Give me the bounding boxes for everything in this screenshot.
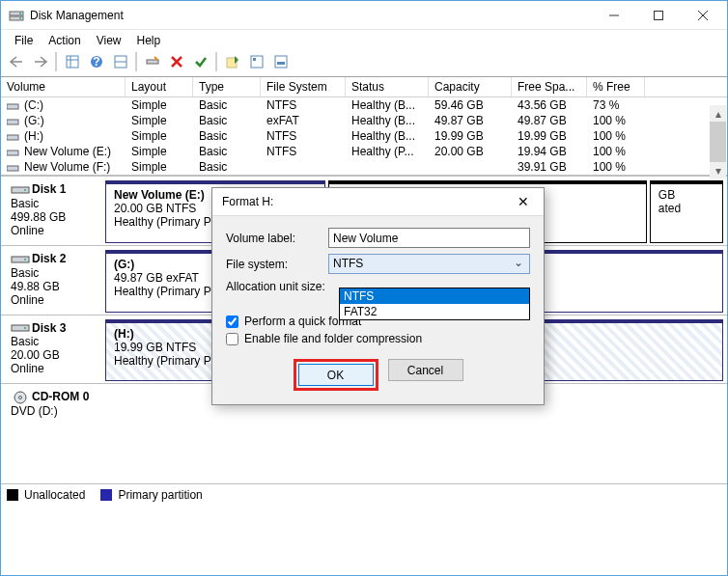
delete-button[interactable] bbox=[165, 51, 187, 72]
svg-rect-32 bbox=[12, 325, 29, 331]
svg-rect-26 bbox=[7, 151, 18, 155]
col-layout[interactable]: Layout bbox=[126, 77, 193, 97]
scroll-down-button[interactable]: ▾ bbox=[710, 162, 726, 178]
svg-point-3 bbox=[19, 17, 21, 19]
col-free[interactable]: Free Spa... bbox=[512, 77, 587, 97]
menu-action[interactable]: Action bbox=[41, 32, 88, 49]
svg-rect-24 bbox=[7, 120, 18, 124]
toolbar-btn-4[interactable] bbox=[221, 51, 243, 72]
back-button[interactable] bbox=[5, 51, 27, 72]
allocation-label: Allocation unit size: bbox=[226, 280, 328, 293]
quick-format-checkbox[interactable] bbox=[226, 315, 238, 328]
menu-view[interactable]: View bbox=[89, 32, 129, 49]
dialog-close-button[interactable]: ✕ bbox=[509, 194, 538, 209]
table-row[interactable]: New Volume (E:)SimpleBasicNTFSHealthy (P… bbox=[1, 144, 727, 159]
dropdown-option-ntfs[interactable]: NTFS bbox=[340, 288, 529, 304]
table-row[interactable]: (G:)SimpleBasicexFATHealthy (B...49.87 G… bbox=[1, 113, 727, 128]
table-row[interactable]: New Volume (F:)SimpleBasic39.91 GB100 % bbox=[1, 159, 727, 175]
svg-rect-20 bbox=[253, 58, 256, 61]
scroll-up-button[interactable]: ▴ bbox=[710, 105, 726, 122]
compression-checkbox[interactable] bbox=[226, 333, 238, 345]
svg-rect-22 bbox=[277, 62, 285, 65]
svg-rect-8 bbox=[67, 56, 78, 68]
toolbar-btn-1[interactable] bbox=[61, 51, 83, 72]
window-title: Disk Management bbox=[30, 9, 592, 22]
col-status[interactable]: Status bbox=[346, 77, 429, 97]
dropdown-option-fat32[interactable]: FAT32 bbox=[340, 304, 529, 319]
table-row[interactable]: (C:)SimpleBasicNTFSHealthy (B...59.46 GB… bbox=[1, 97, 727, 113]
menu-file[interactable]: File bbox=[7, 32, 41, 49]
svg-rect-27 bbox=[7, 166, 18, 171]
svg-point-31 bbox=[24, 259, 26, 261]
toolbar-btn-6[interactable] bbox=[269, 51, 292, 72]
filesystem-label: File system: bbox=[226, 258, 328, 271]
filesystem-dropdown: NTFS FAT32 bbox=[339, 288, 530, 320]
toolbar: ? bbox=[1, 50, 727, 77]
compression-label: Enable file and folder compression bbox=[244, 332, 422, 345]
svg-point-29 bbox=[24, 189, 26, 191]
grid-header: Volume Layout Type File System Status Ca… bbox=[1, 77, 727, 97]
svg-rect-28 bbox=[12, 187, 29, 193]
partition[interactable]: GBated bbox=[650, 180, 723, 243]
format-dialog: Format H: ✕ Volume label: File system: N… bbox=[211, 187, 545, 405]
scrollbar[interactable]: ▴ ▾ bbox=[710, 105, 726, 178]
legend-primary: Primary partition bbox=[118, 488, 202, 502]
dialog-title: Format H: bbox=[222, 195, 509, 208]
col-fs[interactable]: File System bbox=[261, 77, 346, 97]
volume-label-input[interactable] bbox=[328, 228, 530, 248]
ok-button[interactable]: OK bbox=[298, 364, 374, 386]
toolbar-btn-2[interactable] bbox=[109, 51, 131, 72]
grid-body: (C:)SimpleBasicNTFSHealthy (B...59.46 GB… bbox=[1, 97, 727, 175]
toolbar-btn-3[interactable] bbox=[141, 51, 163, 72]
svg-rect-25 bbox=[7, 135, 18, 140]
filesystem-select[interactable]: NTFS bbox=[328, 254, 530, 274]
titlebar: Disk Management bbox=[1, 1, 727, 30]
forward-button[interactable] bbox=[29, 51, 51, 72]
col-volume[interactable]: Volume bbox=[1, 77, 126, 97]
menu-help[interactable]: Help bbox=[129, 32, 169, 49]
toolbar-btn-5[interactable] bbox=[245, 51, 267, 72]
svg-rect-19 bbox=[251, 56, 263, 68]
apply-button[interactable] bbox=[189, 51, 211, 72]
svg-rect-30 bbox=[12, 257, 29, 262]
col-pct[interactable]: % Free bbox=[587, 77, 645, 97]
svg-rect-23 bbox=[7, 104, 18, 109]
legend: Unallocated Primary partition bbox=[1, 483, 727, 506]
legend-unalloc: Unallocated bbox=[24, 488, 85, 502]
scroll-thumb[interactable] bbox=[710, 122, 726, 162]
menubar: File Action View Help bbox=[1, 30, 727, 50]
table-row[interactable]: (H:)SimpleBasicNTFSHealthy (B...19.99 GB… bbox=[1, 128, 727, 144]
svg-rect-5 bbox=[655, 11, 663, 19]
svg-point-35 bbox=[19, 397, 22, 399]
col-type[interactable]: Type bbox=[193, 77, 261, 97]
col-capacity[interactable]: Capacity bbox=[429, 77, 512, 97]
minimize-button[interactable] bbox=[592, 1, 636, 30]
close-button[interactable] bbox=[681, 1, 725, 30]
cancel-button[interactable]: Cancel bbox=[388, 359, 463, 381]
volume-grid: Volume Layout Type File System Status Ca… bbox=[1, 77, 727, 176]
svg-point-2 bbox=[19, 13, 21, 14]
maximize-button[interactable] bbox=[636, 1, 681, 30]
help-button[interactable]: ? bbox=[85, 51, 107, 72]
vol-label-label: Volume label: bbox=[226, 232, 328, 245]
svg-text:?: ? bbox=[93, 55, 99, 69]
app-icon bbox=[9, 8, 24, 23]
svg-point-33 bbox=[24, 327, 26, 329]
